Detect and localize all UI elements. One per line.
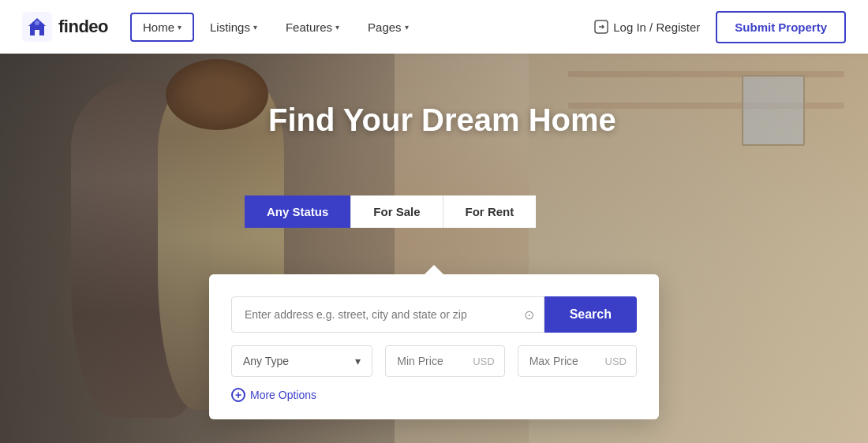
- brand-name: findeo: [58, 17, 108, 37]
- chevron-down-icon: ▾: [335, 23, 339, 32]
- nav-item-features[interactable]: Features ▾: [273, 13, 352, 42]
- status-tabs: Any Status For Sale For Rent: [245, 195, 536, 228]
- hero-section: Find Your Dream Home Any Status For Sale…: [0, 0, 868, 443]
- logo-icon: [22, 12, 52, 42]
- chevron-down-icon: ▾: [355, 355, 361, 367]
- max-price-wrap: USD: [518, 345, 637, 377]
- tab-any-status[interactable]: Any Status: [245, 195, 350, 228]
- min-price-wrap: USD: [385, 345, 504, 377]
- nav-item-pages[interactable]: Pages ▾: [355, 13, 421, 42]
- chevron-down-icon: ▾: [253, 23, 257, 32]
- plus-icon: +: [231, 388, 245, 402]
- search-button[interactable]: Search: [544, 296, 637, 333]
- nav-item-home[interactable]: Home ▾: [130, 13, 194, 42]
- address-input-wrap: ⊙: [231, 296, 544, 333]
- nav-links: Home ▾ Listings ▾ Features ▾ Pages ▾: [130, 13, 421, 42]
- tab-for-sale[interactable]: For Sale: [350, 195, 443, 228]
- navbar: findeo Home ▾ Listings ▾ Features ▾ Page…: [0, 0, 868, 54]
- address-input[interactable]: [232, 297, 544, 332]
- chevron-down-icon: ▾: [178, 23, 181, 32]
- tab-for-rent[interactable]: For Rent: [443, 195, 537, 228]
- search-panel: ⊙ Search Any Type ▾ USD USD + More Optio…: [209, 274, 659, 419]
- svg-point-1: [35, 20, 39, 25]
- max-price-input[interactable]: [518, 346, 605, 376]
- location-icon: ⊙: [524, 307, 534, 322]
- search-row: ⊙ Search: [231, 296, 637, 333]
- hero-title: Find Your Dream Home: [268, 102, 616, 138]
- nav-item-listings[interactable]: Listings ▾: [197, 13, 270, 42]
- max-price-currency: USD: [605, 356, 636, 367]
- chevron-down-icon: ▾: [405, 23, 409, 32]
- submit-property-button[interactable]: Submit Property: [716, 11, 846, 43]
- min-price-input[interactable]: [386, 346, 473, 376]
- login-button[interactable]: Log In / Register: [594, 20, 700, 34]
- filter-row: Any Type ▾ USD USD: [231, 345, 637, 377]
- type-select[interactable]: Any Type ▾: [231, 345, 372, 377]
- min-price-currency: USD: [473, 356, 503, 367]
- more-options-button[interactable]: + More Options: [231, 388, 637, 402]
- navbar-left: findeo Home ▾ Listings ▾ Features ▾ Page…: [22, 12, 421, 42]
- logo[interactable]: findeo: [22, 12, 108, 42]
- login-icon: [594, 20, 608, 34]
- navbar-right: Log In / Register Submit Property: [594, 11, 846, 43]
